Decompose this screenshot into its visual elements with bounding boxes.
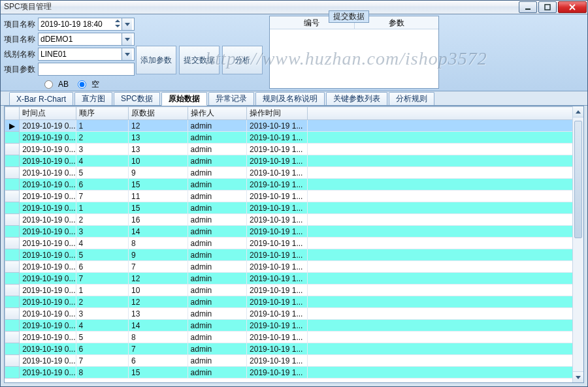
table-row[interactable]: 2019-10-19 0...615admin2019-10-19 1... [5, 179, 583, 191]
tab-3[interactable]: 原始数据 [161, 92, 207, 106]
table-row[interactable]: 2019-10-19 0...110admin2019-10-19 1... [5, 285, 583, 296]
table-row[interactable]: 2019-10-19 0...212admin2019-10-19 1... [5, 296, 583, 308]
cell[interactable]: 2019-10-19 1... [247, 367, 308, 379]
cell[interactable]: 7 [129, 343, 188, 355]
minimize-button[interactable] [519, 1, 537, 13]
cell[interactable]: 2019-10-19 0... [20, 144, 76, 155]
line-dropdown-icon[interactable] [122, 48, 132, 60]
table-row[interactable]: 2019-10-19 0...59admin2019-10-19 1... [5, 249, 583, 261]
cell[interactable]: 2019-10-19 0... [20, 285, 76, 296]
table-row[interactable]: 2019-10-19 0...213admin2019-10-19 1... [5, 132, 583, 144]
cell[interactable]: 13 [129, 308, 188, 320]
cell[interactable]: 2019-10-19 1... [247, 167, 308, 179]
cell[interactable]: 15 [129, 202, 188, 214]
scroll-thumb[interactable] [574, 121, 582, 238]
cell[interactable]: admin [188, 261, 247, 273]
cell[interactable]: 3 [76, 144, 128, 155]
cell[interactable]: admin [188, 285, 247, 296]
tab-6[interactable]: 关键参数列表 [326, 92, 387, 105]
cell[interactable]: 4 [76, 238, 128, 249]
cell[interactable]: admin [188, 226, 247, 238]
cell[interactable]: 7 [76, 191, 128, 202]
analyze-button[interactable]: 分析 [222, 46, 263, 74]
cell[interactable]: 2019-10-19 0... [20, 179, 76, 191]
cell[interactable]: 2 [76, 296, 128, 308]
cell[interactable]: admin [188, 273, 247, 285]
col-header-0[interactable]: 时间点 [20, 107, 76, 120]
cell[interactable]: 2019-10-19 1... [247, 261, 308, 273]
cell[interactable]: 7 [76, 355, 128, 367]
line-field[interactable]: LINE01 [38, 48, 135, 61]
cell[interactable]: 3 [76, 226, 128, 238]
cell[interactable]: 2019-10-19 0... [20, 120, 76, 132]
cell[interactable]: 2019-10-19 0... [20, 191, 76, 202]
table-row[interactable]: 2019-10-19 0...76admin2019-10-19 1... [5, 355, 583, 367]
radio-ab[interactable] [44, 80, 53, 89]
cell[interactable]: admin [188, 214, 247, 226]
cell[interactable]: 2 [76, 214, 128, 226]
cell[interactable]: 8 [76, 367, 128, 379]
datetime-spin-icon[interactable] [115, 20, 122, 29]
col-header-2[interactable]: 原数据 [129, 107, 188, 120]
cell[interactable]: 5 [76, 249, 128, 261]
cell[interactable]: 1 [76, 120, 128, 132]
table-row[interactable]: 2019-10-19 0...59admin2019-10-19 1... [5, 167, 583, 179]
cell[interactable]: 12 [129, 120, 188, 132]
cell[interactable]: 7 [76, 273, 128, 285]
cell[interactable]: admin [188, 332, 247, 343]
cell[interactable]: 2019-10-19 1... [247, 144, 308, 155]
add-param-button[interactable]: 添加参数 [136, 46, 176, 74]
cell[interactable]: 3 [76, 308, 128, 320]
cell[interactable]: 12 [129, 296, 188, 308]
table-row[interactable]: 2019-10-19 0...313admin2019-10-19 1... [5, 308, 583, 320]
cell[interactable]: 2019-10-19 1... [247, 238, 308, 249]
tab-7[interactable]: 分析规则 [389, 92, 434, 105]
table-row[interactable]: 2019-10-19 0...48admin2019-10-19 1... [5, 238, 583, 249]
cell[interactable]: 2019-10-19 1... [247, 191, 308, 202]
cell[interactable]: admin [188, 308, 247, 320]
cell[interactable]: 2019-10-19 0... [20, 249, 76, 261]
maximize-button[interactable] [538, 1, 557, 13]
cell[interactable]: admin [188, 120, 247, 132]
cell[interactable]: 2019-10-19 1... [247, 214, 308, 226]
tab-5[interactable]: 规则及名称说明 [255, 92, 325, 105]
cell[interactable]: 1 [76, 285, 128, 296]
cell[interactable]: admin [188, 144, 247, 155]
cell[interactable]: 1 [76, 202, 128, 214]
cell[interactable]: 2019-10-19 0... [20, 226, 76, 238]
cell[interactable]: 13 [129, 132, 188, 144]
cell[interactable]: 2019-10-19 1... [247, 120, 308, 132]
cell[interactable]: admin [188, 343, 247, 355]
cell[interactable]: 2019-10-19 1... [247, 343, 308, 355]
cell[interactable]: 2019-10-19 1... [247, 132, 308, 144]
radio-empty[interactable] [78, 80, 86, 89]
cell[interactable]: admin [188, 179, 247, 191]
table-row[interactable]: 2019-10-19 0...414admin2019-10-19 1... [5, 320, 583, 332]
cell[interactable]: admin [188, 191, 247, 202]
table-row[interactable]: 2019-10-19 0...313admin2019-10-19 1... [5, 144, 583, 155]
cell[interactable]: 9 [129, 249, 188, 261]
table-row[interactable]: 2019-10-19 0...67admin2019-10-19 1... [5, 261, 583, 273]
cell[interactable]: 2019-10-19 0... [20, 132, 76, 144]
table-row[interactable]: 2019-10-19 0...410admin2019-10-19 1... [5, 155, 583, 167]
cell[interactable]: 2019-10-19 0... [20, 273, 76, 285]
cell[interactable]: 13 [129, 144, 188, 155]
cell[interactable]: admin [188, 167, 247, 179]
cell[interactable]: admin [188, 238, 247, 249]
cell[interactable]: 2019-10-19 1... [247, 155, 308, 167]
cell[interactable]: 2019-10-19 0... [20, 296, 76, 308]
cell[interactable]: admin [188, 296, 247, 308]
cell[interactable]: 6 [76, 343, 128, 355]
cell[interactable]: 2019-10-19 0... [20, 238, 76, 249]
cell[interactable]: 7 [129, 261, 188, 273]
cell[interactable]: admin [188, 202, 247, 214]
cell[interactable]: admin [188, 249, 247, 261]
tab-2[interactable]: SPC数据 [114, 92, 160, 105]
cell[interactable]: 2019-10-19 1... [247, 179, 308, 191]
cell[interactable]: 4 [76, 320, 128, 332]
cell[interactable]: admin [188, 155, 247, 167]
cell[interactable]: 15 [129, 179, 188, 191]
cell[interactable]: 2019-10-19 0... [20, 320, 76, 332]
cell[interactable]: 2019-10-19 1... [247, 285, 308, 296]
col-header-4[interactable]: 操作时间 [247, 107, 308, 120]
